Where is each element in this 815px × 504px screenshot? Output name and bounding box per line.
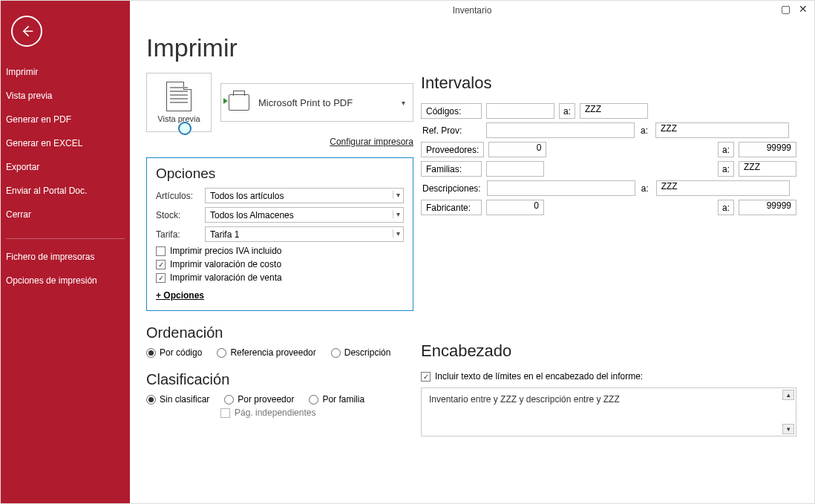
checkbox-iva-label: Imprimir precios IVA incluido: [170, 246, 282, 256]
sidebar-item-vista-previa[interactable]: Vista previa: [1, 84, 130, 108]
radio-sin-clasificar[interactable]: Sin clasificar: [146, 394, 209, 405]
a-label: a:: [718, 200, 734, 215]
a-label: a:: [640, 183, 652, 194]
descripciones-to-input[interactable]: ZZZ: [656, 180, 790, 196]
checkbox-icon: ✓: [156, 260, 166, 269]
scroll-up-button[interactable]: ▴: [782, 390, 794, 400]
printer-icon: [229, 94, 249, 111]
sidebar-item-pdf[interactable]: Generar en PDF: [1, 108, 130, 131]
back-button[interactable]: [11, 16, 42, 47]
familias-from-input[interactable]: [486, 161, 544, 177]
chevron-down-icon: ▾: [393, 210, 400, 218]
tarifa-select[interactable]: Tarifa 1▾: [205, 226, 404, 242]
checkbox-icon: [220, 408, 230, 418]
arrow-left-icon: [19, 24, 34, 39]
fabricante-from-input[interactable]: 0: [486, 200, 544, 215]
fabricante-label: Fabricante:: [421, 200, 482, 215]
sidebar-item-excel[interactable]: Generar en EXCEL: [1, 131, 130, 155]
ordenacion-title: Ordenación: [146, 324, 413, 341]
stock-select[interactable]: Todos los Almacenes▾: [205, 207, 404, 223]
descripciones-label: Descripciones:: [421, 183, 482, 194]
radio-por-proveedor-label: Por proveedor: [238, 394, 294, 405]
checkbox-costo[interactable]: ✓Imprimir valoración de costo: [156, 259, 404, 269]
checkbox-iva[interactable]: Imprimir precios IVA incluido: [156, 246, 404, 256]
tarifa-value: Tarifa 1: [210, 229, 239, 240]
radio-icon: [146, 395, 156, 405]
document-icon: [166, 82, 192, 111]
radio-por-proveedor[interactable]: Por proveedor: [224, 394, 294, 405]
configure-printer-link[interactable]: Configurar impresora: [146, 137, 413, 147]
radio-ref-proveedor-label: Referencia proveedor: [230, 347, 315, 358]
checkbox-pag-indep[interactable]: Pág. independientes: [220, 408, 413, 418]
a-label: a:: [639, 125, 651, 136]
chevron-down-icon: ▾: [402, 99, 405, 107]
radio-por-familia-label: Por familia: [322, 394, 364, 405]
chevron-down-icon: ▾: [393, 229, 400, 238]
checkbox-venta[interactable]: ✓Imprimir valoración de venta: [156, 272, 404, 283]
checkbox-icon: ✓: [156, 273, 166, 283]
radio-sin-clasificar-label: Sin clasificar: [160, 394, 209, 405]
main-area: Inventario ▢ ✕ Imprimir Vista previa Mic…: [130, 1, 814, 503]
fabricante-to-input[interactable]: 99999: [739, 200, 796, 215]
refprov-to-input[interactable]: ZZZ: [655, 122, 789, 138]
sidebar-item-cerrar[interactable]: Cerrar: [1, 203, 130, 226]
radio-por-familia[interactable]: Por familia: [309, 394, 364, 405]
articulos-value: Todos los artículos: [210, 191, 284, 201]
printer-name: Microsoft Print to PDF: [258, 97, 353, 108]
checkbox-pag-indep-label: Pág. independientes: [235, 408, 315, 418]
encabezado-title: Encabezado: [421, 341, 796, 361]
encabezado-textarea[interactable]: Inventario entre y ZZZ y descripción ent…: [421, 387, 796, 436]
checkbox-icon: ✓: [421, 372, 431, 382]
a-label: a:: [559, 103, 575, 119]
articulos-label: Artículos:: [156, 191, 200, 201]
sidebar: Imprimir Vista previa Generar en PDF Gen…: [1, 1, 130, 503]
radio-ref-proveedor[interactable]: Referencia proveedor: [217, 347, 315, 358]
articulos-select[interactable]: Todos los artículos▾: [205, 188, 404, 203]
descripciones-from-input[interactable]: [487, 180, 635, 196]
sidebar-item-fichero[interactable]: Fichero de impresoras: [1, 245, 130, 269]
radio-por-codigo-label: Por código: [160, 347, 202, 358]
sidebar-item-portal[interactable]: Enviar al Portal Doc.: [1, 179, 130, 203]
printer-select[interactable]: Microsoft Print to PDF ▾: [220, 83, 413, 122]
radio-por-codigo[interactable]: Por código: [146, 347, 202, 358]
scroll-down-button[interactable]: ▾: [782, 424, 794, 434]
refprov-from-input[interactable]: [486, 122, 635, 138]
codigos-label: Códigos:: [421, 103, 482, 119]
chevron-down-icon: ▾: [393, 191, 400, 199]
page-title: Imprimir: [146, 33, 413, 62]
checkbox-incluir-limites[interactable]: ✓Incluir texto de límites en el encabeza…: [421, 371, 796, 382]
radio-descripcion-label: Descripción: [344, 347, 391, 358]
vista-previa-label: Vista previa: [157, 114, 200, 123]
radio-descripcion[interactable]: Descripción: [331, 347, 391, 358]
familias-to-input[interactable]: ZZZ: [739, 161, 796, 177]
window-close-button[interactable]: ✕: [798, 4, 808, 14]
stock-label: Stock:: [156, 210, 200, 220]
radio-icon: [331, 348, 341, 358]
window-title: Inventario: [130, 1, 814, 20]
sidebar-item-exportar[interactable]: Exportar: [1, 155, 130, 179]
stock-value: Todos los Almacenes: [210, 210, 294, 220]
proveedores-to-input[interactable]: 99999: [739, 142, 796, 157]
intervalos-title: Intervalos: [421, 73, 796, 93]
radio-icon: [224, 395, 234, 405]
vista-previa-button[interactable]: Vista previa: [146, 73, 212, 132]
proveedores-from-input[interactable]: 0: [488, 142, 546, 157]
proveedores-label: Proveedores:: [421, 142, 484, 157]
encabezado-text: Inventario entre y ZZZ y descripción ent…: [429, 394, 620, 405]
sidebar-separator: [6, 238, 125, 239]
checkbox-venta-label: Imprimir valoración de venta: [170, 272, 282, 283]
a-label: a:: [718, 161, 734, 177]
window-maximize-button[interactable]: ▢: [780, 4, 791, 14]
more-options-link[interactable]: + Opciones: [156, 290, 204, 301]
opciones-title: Opciones: [156, 166, 404, 182]
opciones-panel: Opciones Artículos: Todos los artículos▾…: [146, 157, 413, 311]
sidebar-item-imprimir[interactable]: Imprimir: [1, 60, 130, 84]
tarifa-label: Tarifa:: [156, 229, 200, 240]
checkbox-incluir-limites-label: Incluir texto de límites en el encabezad…: [435, 371, 643, 382]
sidebar-item-opciones[interactable]: Opciones de impresión: [1, 269, 130, 292]
codigos-to-input[interactable]: ZZZ: [580, 103, 648, 119]
checkbox-icon: [156, 246, 166, 256]
radio-icon: [217, 348, 226, 358]
codigos-from-input[interactable]: [486, 103, 554, 119]
a-label: a:: [718, 142, 734, 157]
